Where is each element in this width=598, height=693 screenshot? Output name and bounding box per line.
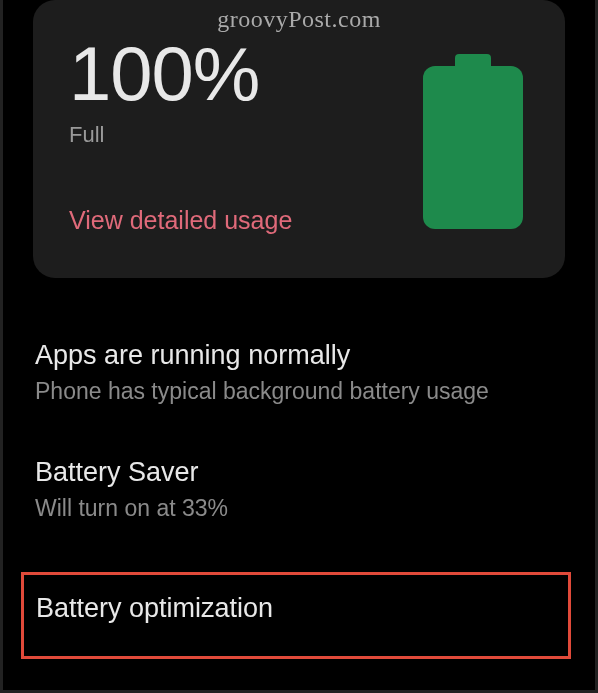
apps-running-title: Apps are running normally: [35, 338, 563, 373]
battery-optimization-title: Battery optimization: [36, 591, 556, 626]
battery-icon: [423, 54, 523, 233]
apps-running-item[interactable]: Apps are running normally Phone has typi…: [35, 338, 563, 407]
watermark-text: groovyPost.com: [217, 6, 381, 33]
battery-saver-item[interactable]: Battery Saver Will turn on at 33%: [35, 455, 563, 524]
battery-status-card: 100% Full View detailed usage: [33, 0, 565, 278]
svg-rect-1: [423, 66, 523, 229]
settings-list: Apps are running normally Phone has typi…: [3, 278, 595, 659]
battery-saver-title: Battery Saver: [35, 455, 563, 490]
apps-running-subtitle: Phone has typical background battery usa…: [35, 377, 563, 407]
battery-status-label: Full: [69, 122, 292, 148]
battery-percent: 100%: [69, 36, 292, 112]
battery-saver-subtitle: Will turn on at 33%: [35, 494, 563, 524]
view-detailed-usage-link[interactable]: View detailed usage: [69, 206, 292, 235]
battery-info: 100% Full View detailed usage: [69, 36, 292, 235]
battery-optimization-item[interactable]: Battery optimization: [21, 572, 571, 659]
